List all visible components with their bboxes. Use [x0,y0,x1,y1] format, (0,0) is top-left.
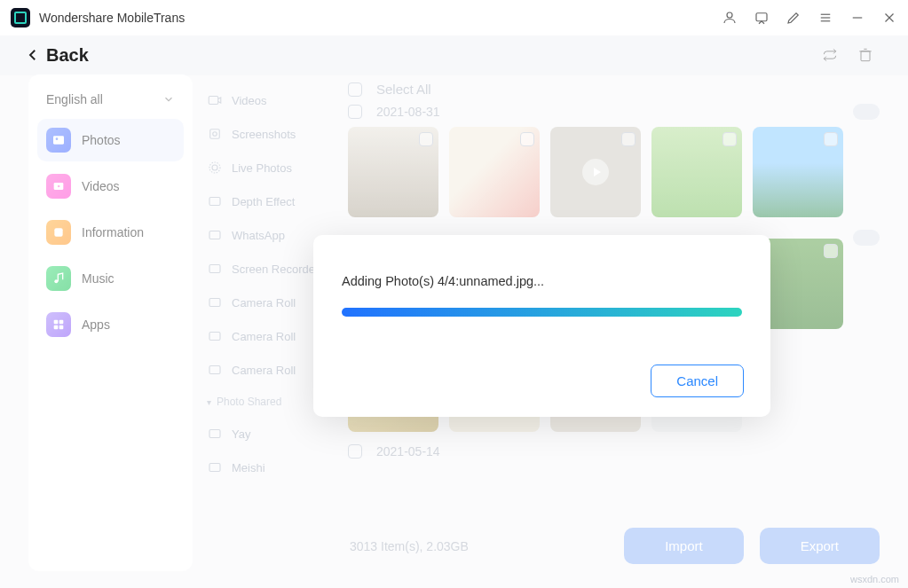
photo-thumb[interactable] [348,127,438,217]
svg-rect-28 [209,333,220,341]
svg-rect-24 [209,198,220,206]
svg-point-21 [213,132,217,137]
photos-icon [46,128,71,153]
item-summary: 3013 Item(s), 2.03GB [350,539,469,553]
svg-point-10 [56,137,59,140]
progress-bar [342,308,742,317]
thumb-checkbox[interactable] [520,132,534,146]
svg-rect-9 [53,136,64,144]
date-label: 2021-08-31 [376,105,440,119]
svg-rect-18 [59,325,64,330]
backbar: Back [0,35,908,74]
date-group: 2021-05-14 [348,444,887,459]
progress-dialog: Adding Photo(s) 4/4:unnamed.jpg... Cance… [313,235,770,417]
count-badge [853,230,880,246]
svg-rect-13 [54,228,62,236]
back-label: Back [46,45,89,66]
thumb-checkbox[interactable] [824,244,838,258]
photo-thumb[interactable] [651,127,742,217]
app-title: Wondershare MobileTrans [39,11,185,25]
photo-thumb[interactable] [449,127,540,217]
import-button[interactable]: Import [624,528,744,564]
language-dropdown[interactable]: English all [37,85,184,114]
export-button[interactable]: Export [760,528,880,564]
svg-rect-17 [54,325,59,330]
album-yay[interactable]: Yay [200,417,341,451]
chevron-down-icon [162,93,175,106]
sidebar-item-apps[interactable]: Apps [37,303,184,346]
sidebar-item-music[interactable]: Music [37,257,184,300]
thumb-checkbox[interactable] [621,132,636,146]
edit-icon[interactable] [786,10,801,26]
minimize-icon[interactable] [849,10,865,26]
sidebar-item-photos[interactable]: Photos [37,119,184,161]
album-meishi[interactable]: Meishi [200,451,341,484]
album-livephotos[interactable]: Live Photos [200,151,341,184]
refresh-icon[interactable] [821,46,839,64]
svg-rect-29 [209,366,220,374]
sidebar-item-information[interactable]: Information [37,211,184,254]
count-badge [853,104,880,120]
svg-rect-27 [209,299,220,307]
sidebar-item-label: Apps [82,318,110,332]
album-screenshots[interactable]: Screenshots [200,117,341,151]
select-all-row: Select All [348,82,887,97]
svg-point-22 [212,165,217,170]
sidebar-item-label: Information [82,225,144,239]
svg-rect-15 [54,320,59,325]
svg-point-0 [727,12,732,18]
language-label: English all [46,92,103,106]
svg-rect-31 [209,464,220,472]
thumb-checkbox[interactable] [722,132,737,146]
date-group: 2021-08-31 [348,104,887,120]
progress-message: Adding Photo(s) 4/4:unnamed.jpg... [342,274,742,288]
svg-rect-30 [209,430,220,438]
svg-rect-25 [209,231,220,239]
thumb-checkbox[interactable] [419,132,433,146]
back-button[interactable]: Back [25,45,89,66]
svg-rect-8 [861,51,870,61]
close-icon[interactable] [881,10,897,26]
svg-rect-1 [756,13,767,21]
footer-bar: 3013 Item(s), 2.03GB Import Export [348,528,880,564]
svg-rect-20 [210,129,220,139]
app-logo-icon [11,8,30,27]
video-thumb[interactable] [550,127,641,217]
photo-thumb[interactable] [753,127,843,217]
videos-icon [46,174,71,199]
svg-rect-16 [59,320,64,325]
menu-icon[interactable] [817,10,833,26]
category-sidebar: English all Photos Videos Information Mu… [28,74,193,571]
thumb-checkbox[interactable] [824,132,838,146]
feedback-icon[interactable] [754,10,770,26]
music-icon [46,266,71,291]
date-label: 2021-05-14 [376,444,440,459]
album-deptheffect[interactable]: Depth Effect [200,184,341,218]
watermark: wsxdn.com [850,574,899,584]
user-icon[interactable] [722,10,738,26]
svg-point-23 [209,162,220,173]
cancel-button[interactable]: Cancel [651,365,744,397]
apps-icon [46,312,71,337]
sidebar-item-videos[interactable]: Videos [37,165,184,208]
svg-rect-26 [209,265,220,273]
select-all-label: Select All [376,82,431,97]
date-checkbox[interactable] [348,444,362,459]
info-icon [46,220,71,245]
sidebar-item-label: Videos [82,179,120,193]
date-checkbox[interactable] [348,105,362,119]
sidebar-item-label: Photos [82,133,121,147]
album-videos[interactable]: Videos [200,83,341,117]
play-icon [582,159,609,185]
trash-icon[interactable] [857,46,874,64]
svg-rect-19 [209,97,218,105]
titlebar: Wondershare MobileTrans [0,0,908,35]
select-all-checkbox[interactable] [348,82,362,97]
sidebar-item-label: Music [82,271,114,286]
